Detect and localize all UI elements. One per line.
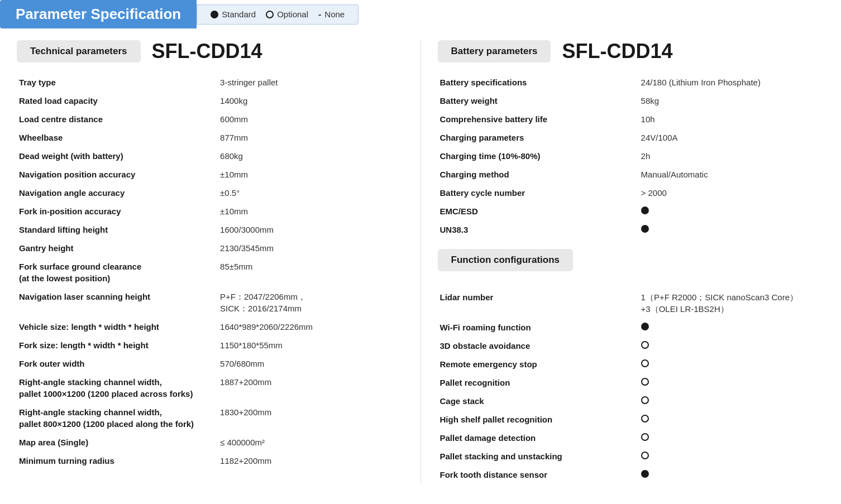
param-value: 877mm: [218, 128, 403, 147]
table-row: Fork tooth distance sensor: [438, 465, 825, 484]
table-row: Pallet damage detection: [438, 429, 825, 447]
table-row: Pallet recognition: [438, 373, 825, 392]
tech-params-section: Technical parameters SFL-CDD14 Tray type…: [17, 40, 404, 484]
param-value: [639, 410, 824, 429]
table-row: Right-angle stacking channel width, pall…: [17, 373, 404, 403]
param-value: 600mm: [218, 110, 403, 128]
param-value: 10h: [639, 110, 824, 128]
param-value: [639, 447, 824, 465]
param-name: Fork surface ground clearance (at the lo…: [17, 257, 218, 287]
tech-params-header: Technical parameters SFL-CDD14: [17, 40, 404, 63]
optional-dot-icon: [641, 378, 649, 386]
page-title: Parameter Specification: [16, 6, 181, 23]
table-row: Battery cycle number> 2000: [438, 184, 825, 202]
param-value: 85±5mm: [218, 257, 403, 287]
param-name: Battery specifications: [438, 73, 639, 92]
table-row: Tray type3-stringer pallet: [17, 73, 404, 92]
table-row: 3D obstacle avoidance: [438, 337, 825, 355]
main-content: Technical parameters SFL-CDD14 Tray type…: [0, 28, 841, 495]
param-name: Fork in-position accuracy: [17, 202, 218, 220]
param-value: 2130/3545mm: [218, 239, 403, 257]
param-name: Battery cycle number: [438, 184, 639, 202]
section-divider: [420, 40, 421, 484]
param-value: Manual/Automatic: [639, 165, 824, 184]
none-dash: -: [318, 9, 321, 20]
optional-icon: [266, 11, 274, 18]
table-row: Fork in-position accuracy±10mm: [17, 202, 404, 220]
param-name: UN38.3: [438, 220, 639, 239]
table-row: Charging time (10%-80%)2h: [438, 147, 825, 165]
table-row: Right-angle stacking channel width, pall…: [17, 403, 404, 433]
table-row: Fork surface ground clearance (at the lo…: [17, 257, 404, 287]
legend-none-label: None: [324, 9, 345, 19]
param-name: Right-angle stacking channel width, pall…: [17, 403, 218, 433]
tech-params-model: SFL-CDD14: [152, 40, 262, 63]
param-value: 1887+200mm: [218, 373, 403, 403]
standard-icon: [211, 11, 218, 18]
legend-optional: Optional: [266, 9, 308, 19]
table-row: Charging parameters24V/100A: [438, 128, 825, 147]
standard-dot-icon: [641, 207, 649, 214]
param-value: 1182+200mm: [218, 452, 403, 470]
table-row: Lidar number1（P+F R2000；SICK nanoScan3 C…: [438, 288, 825, 318]
param-value: ≤ 400000m²: [218, 433, 403, 452]
param-name: Pallet damage detection: [438, 429, 639, 447]
param-name: Rated load capacity: [17, 92, 218, 110]
table-row: Wi-Fi roaming function: [438, 318, 825, 337]
param-value: [639, 318, 824, 337]
table-row: Navigation laser scanning heightP+F：2047…: [17, 287, 404, 318]
param-name: Charging time (10%-80%): [438, 147, 639, 165]
table-row: Wheelbase877mm: [17, 128, 404, 147]
optional-dot-icon: [641, 415, 649, 423]
table-row: Charging methodManual/Automatic: [438, 165, 825, 184]
battery-header: Battery parameters SFL-CDD14: [438, 40, 825, 63]
param-name: Comprehensive battery life: [438, 110, 639, 128]
param-name: 3D obstacle avoidance: [438, 337, 639, 355]
table-row: Navigation position accuracy±10mm: [17, 165, 404, 184]
param-value: 570/680mm: [218, 354, 403, 373]
param-value: 24V/100A: [639, 128, 824, 147]
title-box: Parameter Specification: [0, 0, 197, 28]
param-name: Wi-Fi roaming function: [438, 318, 639, 337]
legend-none: - None: [318, 9, 345, 20]
table-row: Vehicle size: length * width * height164…: [17, 318, 404, 336]
legend-standard: Standard: [211, 9, 256, 19]
standard-dot-icon: [641, 470, 649, 478]
table-row: Load centre distance600mm: [17, 110, 404, 128]
param-name: Vehicle size: length * width * height: [17, 318, 218, 336]
table-row: Pallet stacking and unstacking: [438, 447, 825, 465]
table-row: Navigation angle accuracy±0.5°: [17, 184, 404, 202]
param-value: > 2000: [639, 184, 824, 202]
standard-dot-icon: [641, 225, 649, 233]
param-value: 58kg: [639, 92, 824, 110]
param-name: Pallet stacking and unstacking: [438, 447, 639, 465]
param-value: 2h: [639, 147, 824, 165]
param-value: ±10mm: [218, 202, 403, 220]
table-row: Rated load capacity1400kg: [17, 92, 404, 110]
param-value: ±0.5°: [218, 184, 403, 202]
standard-dot-icon: [641, 323, 649, 330]
param-name: Navigation laser scanning height: [17, 287, 218, 318]
param-value: [639, 355, 824, 373]
param-value: [639, 392, 824, 410]
param-name: Fork outer width: [17, 354, 218, 373]
optional-dot-icon: [641, 433, 649, 441]
legend-standard-label: Standard: [222, 9, 256, 19]
optional-dot-icon: [641, 359, 649, 367]
param-name: EMC/ESD: [438, 202, 639, 220]
battery-params-table: Battery specifications24/180 (Lithium Ir…: [438, 73, 825, 239]
param-name: High shelf pallet recognition: [438, 410, 639, 429]
function-params-table: Lidar number1（P+F R2000；SICK nanoScan3 C…: [438, 288, 825, 484]
page-header: Parameter Specification Standard Optiona…: [0, 0, 841, 28]
param-value: 24/180 (Lithium Iron Phosphate): [639, 73, 824, 92]
param-name: Standard lifting height: [17, 220, 218, 239]
table-row: Dead weight (with battery)680kg: [17, 147, 404, 165]
legend-optional-label: Optional: [277, 9, 308, 19]
optional-dot-icon: [641, 341, 649, 349]
param-value: 1830+200mm: [218, 403, 403, 433]
table-row: UN38.3: [438, 220, 825, 239]
battery-function-section: Battery parameters SFL-CDD14 Battery spe…: [438, 40, 825, 484]
function-label: Function configurations: [438, 249, 574, 271]
param-value: [639, 429, 824, 447]
param-value: 3-stringer pallet: [218, 73, 403, 92]
